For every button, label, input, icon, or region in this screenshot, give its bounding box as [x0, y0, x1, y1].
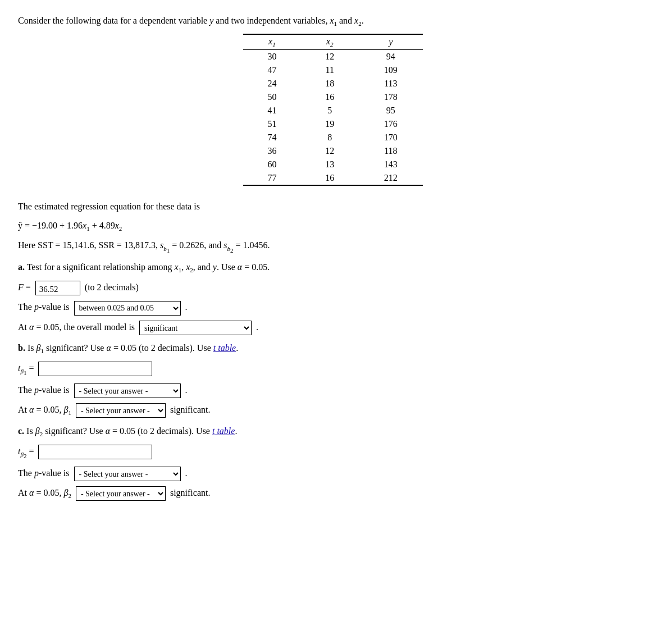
beta1-sig-select[interactable]: - Select your answer - is is not — [76, 403, 166, 418]
cell-y: 212 — [359, 171, 423, 185]
table-row: 2418113 — [243, 77, 423, 90]
pvalue-b-label: The p-value is — [18, 385, 70, 395]
stats-line: Here SST = 15,141.6, SSR = 13,817.3, sb1… — [18, 238, 648, 255]
cell-y: 178 — [359, 90, 423, 104]
tb2-line: tβ2 = — [18, 444, 648, 462]
table-row: 7716212 — [243, 171, 423, 185]
table-row: 748170 — [243, 131, 423, 144]
cell-x2: 11 — [301, 63, 359, 77]
cell-x2: 18 — [301, 77, 359, 90]
cell-x1: 24 — [243, 77, 301, 90]
data-table: x1 x2 y 30129447111092418113501617841595… — [243, 34, 423, 186]
part-c-label: c. — [18, 426, 24, 436]
beta2-at-alpha-label: At α = 0.05, β2 — [18, 488, 71, 497]
pvalue-a-label: The p-value is — [18, 302, 70, 312]
col-x2-header: x2 — [301, 34, 359, 50]
beta1-sig-line: At α = 0.05, β1 - Select your answer - i… — [18, 403, 648, 418]
tb1-input[interactable] — [38, 362, 152, 376]
cell-x1: 77 — [243, 171, 301, 185]
pvalue-c-select[interactable]: - Select your answer - less than 0.01 be… — [74, 467, 181, 481]
cell-y: 118 — [359, 144, 423, 158]
table-row: 5119176 — [243, 117, 423, 131]
part-a-label-line: a. Test for a significant relationship a… — [18, 260, 648, 276]
cell-x2: 16 — [301, 171, 359, 185]
eq-plus: + 4.89 — [90, 221, 115, 230]
part-b-label: b. — [18, 343, 25, 353]
f-label: F — [18, 282, 24, 292]
cell-x2: 5 — [301, 104, 359, 117]
cell-x1: 74 — [243, 131, 301, 144]
data-table-container: x1 x2 y 30129447111092418113501617841595… — [18, 34, 648, 186]
cell-y: 94 — [359, 49, 423, 63]
cell-y: 95 — [359, 104, 423, 117]
col-y-header: y — [359, 34, 423, 50]
cell-x1: 47 — [243, 63, 301, 77]
cell-x2: 8 — [301, 131, 359, 144]
part-c-label-line: c. Is β2 significant? Use α = 0.05 (to 2… — [18, 424, 648, 440]
table-row: 41595 — [243, 104, 423, 117]
pvalue-c-line: The p-value is - Select your answer - le… — [18, 466, 648, 481]
cell-x1: 36 — [243, 144, 301, 158]
beta1-at-alpha-label: At α = 0.05, β1 — [18, 405, 71, 414]
tb2-input[interactable] — [38, 445, 152, 459]
pvalue-b-select[interactable]: - Select your answer - less than 0.01 be… — [74, 383, 181, 398]
part-b-section: b. Is β1 significant? Use α = 0.05 (to 2… — [18, 341, 648, 418]
pvalue-a-line: The p-value is between 0.025 and 0.05 le… — [18, 300, 648, 315]
table-row: 5016178 — [243, 90, 423, 104]
model-alpha-label: At α = 0.05, the overall model is — [18, 322, 135, 332]
cell-x2: 12 — [301, 144, 359, 158]
cell-y: 113 — [359, 77, 423, 90]
part-b-label-line: b. Is β1 significant? Use α = 0.05 (to 2… — [18, 341, 648, 357]
part-a-label: a. — [18, 262, 25, 272]
f-note: (to 2 decimals) — [85, 282, 139, 292]
cell-y: 170 — [359, 131, 423, 144]
cell-x2: 16 — [301, 90, 359, 104]
table-row: 3612118 — [243, 144, 423, 158]
cell-y: 176 — [359, 117, 423, 131]
table-header-row: x1 x2 y — [243, 34, 423, 50]
beta2-sig-label2: significant. — [170, 488, 211, 497]
cell-x1: 50 — [243, 90, 301, 104]
equation-line: ŷ = −19.00 + 1.96x1 + 4.89x2 — [18, 218, 648, 234]
cell-x1: 51 — [243, 117, 301, 131]
cell-y: 143 — [359, 158, 423, 171]
f-value-line: F = 36.52 (to 2 decimals) — [18, 280, 648, 295]
model-sig-select[interactable]: significant not significant — [139, 321, 252, 335]
pvalue-b-line: The p-value is - Select your answer - le… — [18, 383, 648, 398]
cell-x2: 13 — [301, 158, 359, 171]
cell-x1: 60 — [243, 158, 301, 171]
t-table-link-c[interactable]: t table — [212, 426, 235, 436]
cell-x1: 30 — [243, 49, 301, 63]
y-var: y — [209, 16, 213, 25]
intro-text: Consider the following data for a depend… — [18, 13, 648, 29]
cell-x2: 12 — [301, 49, 359, 63]
part-a-section: a. Test for a significant relationship a… — [18, 260, 648, 335]
pvalue-a-select[interactable]: between 0.025 and 0.05 less than 0.01 be… — [74, 301, 181, 316]
beta2-sig-line: At α = 0.05, β2 - Select your answer - i… — [18, 486, 648, 501]
pvalue-c-label: The p-value is — [18, 468, 70, 478]
cell-x2: 19 — [301, 117, 359, 131]
model-sig-line: At α = 0.05, the overall model is signif… — [18, 320, 648, 335]
cell-y: 109 — [359, 63, 423, 77]
table-row: 6013143 — [243, 158, 423, 171]
beta2-sig-select[interactable]: - Select your answer - is is not — [76, 486, 166, 501]
beta1-sig-label2: significant. — [170, 405, 211, 414]
tb1-line: tβ1 = — [18, 361, 648, 378]
f-value-box: 36.52 — [35, 281, 80, 295]
t-table-link-b[interactable]: t table — [213, 343, 236, 353]
part-c-section: c. Is β2 significant? Use α = 0.05 (to 2… — [18, 424, 648, 501]
regression-label: The estimated regression equation for th… — [18, 199, 648, 214]
yhat: ŷ = −19.00 + 1.96 — [18, 221, 83, 230]
table-row: 301294 — [243, 49, 423, 63]
cell-x1: 41 — [243, 104, 301, 117]
x2-eq: x — [115, 221, 119, 230]
col-x1-header: x1 — [243, 34, 301, 50]
table-row: 4711109 — [243, 63, 423, 77]
